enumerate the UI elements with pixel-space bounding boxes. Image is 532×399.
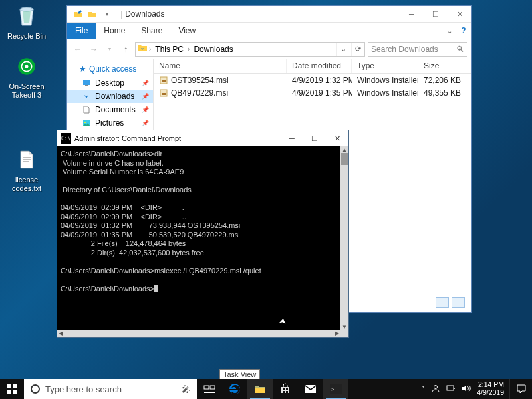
scroll-down-icon[interactable]: ▼ (340, 323, 348, 330)
taskbar-edge[interactable] (222, 379, 247, 399)
nav-back-icon[interactable]: ← (71, 43, 84, 56)
scroll-right-icon[interactable]: ▶ (334, 330, 340, 337)
cmd-titlebar[interactable]: C:\ Administrator: Command Prompt ─ ☐ ✕ (57, 130, 348, 146)
pin-icon: 📌 (142, 93, 149, 100)
col-name[interactable]: Name (154, 59, 287, 73)
taskbar-store[interactable] (273, 379, 298, 399)
ribbon-tab-file[interactable]: File (67, 23, 96, 39)
volume-icon[interactable] (462, 384, 471, 394)
vertical-scrollbar[interactable]: ▲ ▼ (340, 146, 348, 330)
address-dropdown-icon[interactable]: ⌄ (336, 43, 350, 56)
svg-point-10 (84, 122, 86, 123)
svg-point-0 (20, 7, 33, 11)
taskbar-cmd[interactable]: >_ (323, 379, 348, 399)
notification-center-button[interactable] (509, 379, 532, 399)
minimize-button[interactable]: ─ (281, 130, 303, 146)
start-button[interactable] (0, 379, 24, 399)
close-button[interactable]: ✕ (326, 130, 348, 146)
taskbar-search[interactable]: Type here to search 🎤︎ (24, 379, 197, 399)
edge-icon (228, 382, 241, 396)
column-headers[interactable]: Name Date modified Type Size (154, 59, 471, 74)
cmd-icon: >_ (330, 384, 342, 394)
ost-app-icon (13, 53, 40, 80)
minimize-button[interactable]: ─ (400, 6, 424, 23)
folder-icon[interactable] (87, 9, 98, 19)
navitem-desktop[interactable]: Desktop📌 (67, 76, 153, 90)
address-bar[interactable]: › This PC › Downloads ⌄ ⟳ (135, 42, 365, 57)
tray-overflow-icon[interactable]: ˄ (421, 385, 425, 394)
view-details-icon[interactable] (436, 297, 449, 308)
svg-rect-26 (447, 386, 454, 390)
svg-rect-16 (13, 384, 17, 388)
chevron-right-icon[interactable]: › (188, 45, 190, 53)
nav-recent-icon[interactable]: ▾ (103, 43, 116, 56)
scrollbar-thumb[interactable] (341, 153, 348, 165)
desktop-icon-ost[interactable]: On-Screen Takeoff 3 (3, 53, 51, 99)
col-date[interactable]: Date modified (287, 59, 352, 73)
system-tray: ˄ 2:14 PM 4/9/2019 (416, 379, 509, 399)
ribbon-tab-home[interactable]: Home (96, 23, 133, 39)
close-button[interactable]: ✕ (448, 6, 471, 23)
msi-file-icon (159, 88, 168, 98)
refresh-icon[interactable]: ⟳ (351, 43, 364, 56)
nav-quick-access[interactable]: ★ Quick access (67, 62, 153, 76)
file-row[interactable]: QB4970229.msi 4/9/2019 1:35 PM Windows I… (154, 86, 471, 99)
help-icon[interactable]: ? (456, 23, 471, 39)
folder-pin-icon[interactable] (72, 9, 83, 19)
cortana-circle-icon (31, 384, 40, 394)
text-cursor (154, 285, 158, 292)
desktop-icon-label: license codes.txt (3, 176, 51, 192)
dropdown-icon[interactable]: ▾ (102, 9, 112, 19)
chevron-right-icon[interactable]: › (149, 45, 151, 53)
network-icon[interactable] (446, 384, 456, 394)
navitem-downloads[interactable]: Downloads📌 (67, 90, 153, 103)
col-type[interactable]: Type (352, 59, 418, 73)
notification-icon (516, 384, 527, 394)
tooltip-task-view: Task View (219, 369, 260, 380)
view-large-icon[interactable] (452, 297, 465, 308)
pin-icon: 📌 (142, 120, 149, 126)
file-row[interactable]: OST395254.msi 4/9/2019 1:32 PM Windows I… (154, 74, 471, 86)
scroll-up-icon[interactable]: ▲ (340, 146, 348, 153)
search-input[interactable]: Search Downloads 🔍︎ (368, 42, 467, 57)
ribbon-tab-view[interactable]: View (170, 23, 203, 39)
maximize-button[interactable]: ☐ (424, 6, 448, 23)
search-placeholder: Search Downloads (371, 45, 438, 54)
task-view-button[interactable] (197, 379, 222, 399)
svg-rect-4 (23, 157, 31, 158)
cmd-output[interactable]: C:\Users\Daniel\Downloads>dir Volume in … (57, 146, 340, 330)
svg-rect-20 (210, 386, 215, 389)
taskbar-mail[interactable] (298, 379, 323, 399)
recycle-bin-icon (13, 3, 40, 29)
taskbar: Type here to search 🎤︎ >_ ˄ 2:14 PM 4/9/… (0, 379, 532, 399)
ribbon-expand-icon[interactable]: ⌄ (444, 23, 456, 39)
taskbar-explorer[interactable] (247, 379, 273, 399)
desktop-icon-recycle-bin[interactable]: Recycle Bin (3, 3, 51, 41)
nav-up-icon[interactable]: ↑ (119, 43, 132, 56)
maximize-button[interactable]: ☐ (303, 130, 326, 146)
microphone-icon[interactable]: 🎤︎ (182, 384, 190, 394)
navitem-pictures[interactable]: Pictures📌 (67, 116, 153, 130)
cmd-app-icon: C:\ (61, 133, 71, 144)
svg-rect-12 (162, 80, 166, 82)
breadcrumb-this-pc[interactable]: This PC (152, 45, 186, 54)
task-view-icon (203, 384, 215, 394)
desktop-icon-license[interactable]: license codes.txt (3, 146, 51, 192)
svg-rect-8 (85, 85, 88, 86)
desktop-icon-label: Recycle Bin (3, 32, 51, 41)
taskbar-clock[interactable]: 2:14 PM 4/9/2019 (477, 381, 504, 396)
ribbon-tab-share[interactable]: Share (133, 23, 170, 39)
col-size[interactable]: Size (418, 59, 471, 73)
svg-rect-6 (23, 161, 29, 162)
breadcrumb-downloads[interactable]: Downloads (191, 45, 235, 54)
svg-rect-14 (162, 93, 166, 95)
cmd-window: C:\ Administrator: Command Prompt ─ ☐ ✕ … (57, 130, 349, 338)
explorer-ribbon: File Home Share View ⌄ ? (67, 23, 471, 39)
explorer-titlebar[interactable]: ▾ | Downloads ─ ☐ ✕ (67, 6, 471, 23)
scroll-left-icon[interactable]: ◀ (57, 330, 64, 337)
nav-forward-icon[interactable]: → (87, 43, 100, 56)
people-icon[interactable] (431, 384, 440, 394)
svg-point-3 (25, 65, 28, 68)
horizontal-scrollbar[interactable]: ◀ ▶ (57, 330, 340, 337)
navitem-documents[interactable]: Documents📌 (67, 103, 153, 116)
